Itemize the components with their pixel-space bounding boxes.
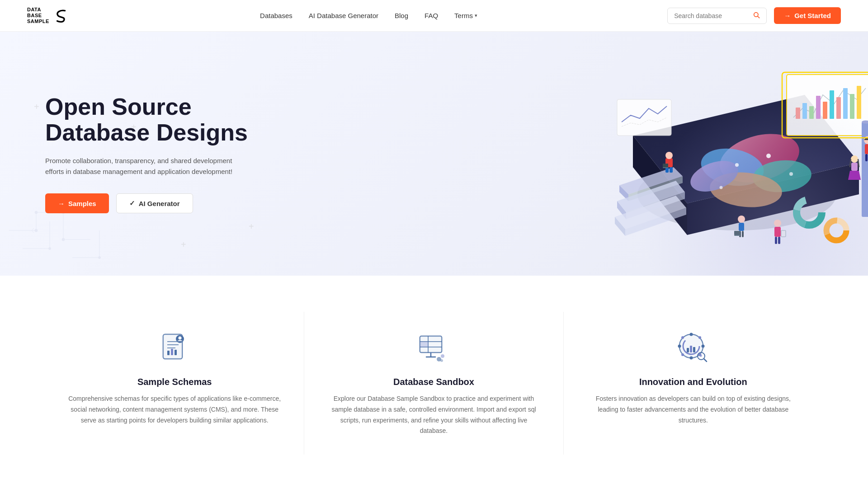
features-section: Sample Schemas Comprehensive schemas for…	[0, 276, 868, 482]
svg-rect-55	[857, 86, 861, 119]
svg-point-16	[99, 257, 101, 259]
feature-title-schemas: Sample Schemas	[68, 377, 281, 387]
ai-generator-button[interactable]: ✓ AI Generator	[116, 193, 193, 213]
svg-rect-125	[690, 346, 692, 352]
hero-title: Open Source Database Designs	[45, 94, 262, 145]
svg-point-118	[678, 345, 681, 348]
samples-button[interactable]: → Samples	[45, 193, 109, 213]
svg-rect-124	[687, 348, 689, 352]
feature-desc-schemas: Comprehensive schemas for specific types…	[68, 394, 281, 426]
logo-text: DATA BASE SAMPLE	[27, 7, 49, 25]
nav-terms[interactable]: Terms ▾	[454, 12, 477, 19]
svg-rect-109	[420, 342, 428, 347]
nav-blog[interactable]: Blog	[395, 12, 408, 19]
svg-rect-62	[617, 99, 671, 136]
nav-faq[interactable]: FAQ	[425, 12, 438, 19]
header: DATA BASE SAMPLE Databases AI Database G…	[0, 0, 868, 32]
feature-card-sandbox: Database Sandbox Explore our Database Sa…	[304, 312, 563, 455]
schemas-icon-wrapper	[156, 330, 193, 366]
svg-rect-99	[175, 350, 177, 355]
arrow-icon: →	[58, 200, 65, 207]
svg-rect-126	[693, 347, 695, 352]
logo[interactable]: DATA BASE SAMPLE	[27, 7, 70, 25]
feature-card-innovation: Innovation and Evolution Fosters innovat…	[564, 312, 823, 455]
main-nav: Databases AI Database Generator Blog FAQ…	[260, 12, 477, 19]
svg-point-111	[441, 354, 444, 358]
svg-point-119	[702, 345, 705, 348]
svg-line-1	[758, 16, 760, 18]
sandbox-icon	[415, 330, 452, 366]
hero-content: Open Source Database Designs Promote col…	[0, 58, 262, 249]
logo-s-icon	[53, 7, 70, 24]
feature-title-innovation: Innovation and Evolution	[586, 377, 800, 387]
svg-point-123	[698, 336, 701, 339]
svg-point-120	[681, 336, 684, 339]
feature-desc-sandbox: Explore our Database Sample Sandbox to p…	[327, 394, 540, 436]
svg-rect-98	[171, 349, 173, 355]
hero-subtitle: Promote collaboration, transparency, and…	[45, 155, 235, 177]
check-icon: ✓	[129, 199, 135, 207]
hero-section: + + + + Open Source Database Designs Pro…	[0, 32, 868, 276]
search-icon[interactable]	[753, 11, 760, 20]
feature-desc-innovation: Fosters innovation as developers can bui…	[586, 394, 800, 426]
innovation-icon-wrapper	[675, 330, 711, 366]
innovation-icon	[675, 330, 711, 366]
nav-ai-generator[interactable]: AI Database Generator	[309, 12, 378, 19]
feature-card-schemas: Sample Schemas Comprehensive schemas for…	[45, 312, 304, 455]
nav-databases[interactable]: Databases	[260, 12, 292, 19]
svg-point-116	[690, 333, 693, 336]
svg-point-101	[179, 337, 182, 340]
hero-buttons: → Samples ✓ AI Generator	[45, 193, 262, 213]
feature-title-sandbox: Database Sandbox	[327, 377, 540, 387]
sandbox-icon-wrapper	[415, 330, 452, 366]
svg-point-122	[681, 353, 684, 356]
svg-point-112	[440, 359, 443, 362]
arrow-right-icon: →	[784, 12, 791, 19]
get-started-button[interactable]: → Get Started	[774, 7, 841, 24]
svg-rect-97	[167, 351, 170, 355]
svg-rect-54	[850, 94, 854, 119]
chevron-down-icon: ▾	[475, 13, 477, 19]
svg-line-128	[704, 359, 707, 361]
search-input[interactable]	[674, 12, 749, 19]
svg-point-117	[690, 357, 693, 360]
svg-point-129	[699, 354, 702, 357]
header-right: → Get Started	[667, 7, 841, 24]
search-wrapper[interactable]	[667, 8, 767, 24]
schemas-icon	[156, 330, 193, 366]
